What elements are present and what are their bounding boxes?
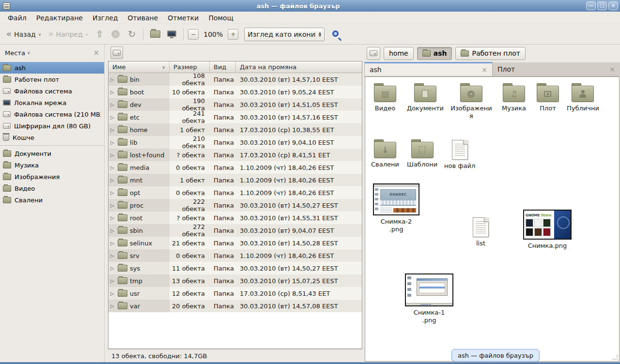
folder-public[interactable]: Публични: [567, 83, 599, 112]
column-header-size[interactable]: Размер: [170, 61, 210, 73]
expander-icon[interactable]: ▷: [110, 228, 115, 233]
file-snimka[interactable]: GNOME Store Снимка.png: [523, 210, 572, 250]
table-row[interactable]: ▷bin108 обектаПапка30.03.2010 (вт) 14,57…: [108, 73, 362, 86]
minimize-button[interactable]: —: [586, 1, 596, 10]
expander-icon[interactable]: ▷: [110, 215, 115, 221]
file-snimka-2[interactable]: GUADEC Снимка-2.png: [373, 183, 419, 234]
stop-button[interactable]: [111, 30, 120, 38]
sidebar-item-trash[interactable]: Кошче: [0, 132, 104, 143]
expander-icon[interactable]: ▷: [110, 102, 115, 107]
view-mode-select[interactable]: Изглед като икони ▲▼: [244, 28, 325, 41]
table-row[interactable]: ▷sys11 обектаПапка30.03.2010 (вт) 14,50,…: [108, 262, 362, 274]
folder-templates[interactable]: Шаблони: [407, 139, 437, 168]
close-button[interactable]: ×: [608, 1, 618, 10]
column-header-date[interactable]: Дата на промяна: [236, 61, 362, 73]
table-row[interactable]: ▷boot10 обектаПапка30.03.2010 (вт) 9,05,…: [108, 86, 362, 98]
maximize-button[interactable]: □: [597, 1, 607, 10]
reload-button[interactable]: ↻: [125, 28, 139, 40]
title-bar[interactable]: ash — файлов браузър — □ ×: [0, 0, 620, 12]
file-snimka-1[interactable]: Снимка-1.png: [405, 273, 453, 325]
forward-dropdown-icon[interactable]: ∨: [85, 32, 89, 37]
column-header-type[interactable]: Вид: [210, 61, 236, 73]
expander-icon[interactable]: ▷: [110, 203, 115, 208]
table-row[interactable]: ▷opt0 обектаПапка1.10.2009 (чт) 18,40,26…: [108, 186, 362, 199]
tab-close-icon[interactable]: ×: [481, 66, 487, 74]
sidebar-item-desktop[interactable]: Работен плот: [0, 74, 104, 85]
table-row[interactable]: ▷var20 обектаПапка30.03.2010 (вт) 14,57,…: [108, 300, 362, 312]
expander-icon[interactable]: ▷: [110, 165, 115, 170]
file-new-file[interactable]: нов файл: [444, 139, 475, 170]
table-row[interactable]: ▷tmp13 обектаПапка30.03.2010 (вт) 15,07,…: [108, 274, 362, 287]
menu-go[interactable]: Отиване: [123, 13, 163, 23]
table-row[interactable]: ▷selinux21 обектаПапка30.03.2010 (вт) 14…: [108, 237, 362, 249]
table-row[interactable]: ▷usr12 обектаПапка17.03.2010 (ср) 8,51,4…: [108, 287, 362, 300]
home-button[interactable]: [148, 29, 163, 40]
expander-icon[interactable]: ▷: [110, 178, 115, 183]
menu-edit[interactable]: Редактиране: [31, 13, 88, 23]
back-dropdown-icon[interactable]: ∨: [38, 32, 42, 37]
back-button[interactable]: « Назад ∨: [4, 28, 44, 40]
breadcrumb-desktop[interactable]: Работен плот: [455, 47, 525, 60]
expander-icon[interactable]: ▷: [110, 266, 115, 271]
expander-icon[interactable]: ▷: [110, 77, 115, 82]
folder-desktop[interactable]: Плот: [536, 83, 560, 112]
folder-downloads[interactable]: ↓Свалени: [370, 139, 400, 168]
up-button[interactable]: ⇧: [93, 28, 106, 40]
file-list[interactable]: list: [473, 217, 489, 247]
sidebar-item-encrypted[interactable]: Шифриран дял (80 GB): [0, 120, 104, 132]
table-row[interactable]: ▷root? обектаПапка30.03.2010 (вт) 14,55,…: [108, 212, 362, 224]
menu-file[interactable]: Файл: [3, 13, 31, 23]
breadcrumb-home[interactable]: home: [384, 47, 414, 60]
folder-documents[interactable]: Документи: [407, 83, 444, 112]
expander-icon[interactable]: ▷: [110, 152, 115, 158]
computer-button[interactable]: [165, 29, 179, 40]
menu-bookmarks[interactable]: Отметки: [163, 13, 203, 23]
tab-ash[interactable]: ash×: [364, 62, 493, 76]
menu-help[interactable]: Помощ: [203, 13, 238, 23]
expander-icon[interactable]: ▷: [110, 291, 115, 296]
menu-view[interactable]: Изглед: [88, 13, 123, 23]
expander-icon[interactable]: ▷: [110, 140, 115, 145]
table-row[interactable]: ▷home1 обектПапка17.03.2010 (ср) 10,38,5…: [108, 123, 362, 136]
expander-icon[interactable]: ▷: [110, 115, 115, 120]
sidebar-item-filesystem-210mb[interactable]: Файлова система (210 MB): [0, 108, 104, 120]
sidebar-item-network[interactable]: Локална мрежа: [0, 97, 104, 108]
expander-icon[interactable]: ▷: [110, 190, 115, 196]
table-row[interactable]: ▷lib210 обектаПапка30.03.2010 (вт) 9,04,…: [108, 136, 362, 149]
resize-grip[interactable]: [612, 354, 618, 360]
table-row[interactable]: ▷mnt1 обектПапка1.10.2009 (чт) 18,40,26 …: [108, 174, 362, 186]
table-row[interactable]: ▷proc222 обектаПапка30.03.2010 (вт) 14,5…: [108, 199, 362, 212]
sidebar-item-home[interactable]: ash: [0, 62, 104, 74]
sidebar-item-downloads[interactable]: Свалени: [0, 194, 104, 206]
pane-location-button[interactable]: [110, 46, 123, 59]
tab-close-icon[interactable]: ×: [609, 65, 615, 73]
sidebar-title[interactable]: Места: [5, 49, 25, 57]
breadcrumb-ash[interactable]: ash: [417, 47, 452, 60]
expander-icon[interactable]: ▷: [110, 241, 115, 246]
sidebar-item-pictures[interactable]: Изображения: [0, 171, 104, 182]
forward-button[interactable]: » Напред ∨: [46, 28, 91, 40]
tab-plot[interactable]: Плот×: [493, 62, 620, 76]
sidebar-close-icon[interactable]: ×: [93, 48, 99, 57]
folder-music[interactable]: ♫Музика: [499, 83, 529, 112]
expander-icon[interactable]: ▷: [110, 278, 115, 284]
column-header-name[interactable]: Име∨: [108, 61, 170, 73]
sidebar-item-documents[interactable]: Документи: [0, 148, 104, 159]
table-row[interactable]: ▷dev190 обектаПапка30.03.2010 (вт) 14,51…: [108, 98, 362, 111]
folder-video[interactable]: ▤Видео: [370, 83, 400, 112]
table-row[interactable]: ▷srv0 обектаПапка1.10.2009 (чт) 18,40,26…: [108, 249, 362, 262]
sidebar-dropdown-icon[interactable]: ∨: [27, 50, 31, 55]
table-row[interactable]: ▷etc241 обектаПапка30.03.2010 (вт) 14,57…: [108, 111, 362, 123]
expander-icon[interactable]: ▷: [110, 90, 115, 95]
expander-icon[interactable]: ▷: [110, 253, 115, 258]
table-row[interactable]: ▷media0 обектаПапка1.10.2009 (чт) 18,40,…: [108, 161, 362, 174]
search-icon[interactable]: [332, 30, 339, 37]
table-row[interactable]: ▷sbin272 обектаПапка30.03.2010 (вт) 9,04…: [108, 224, 362, 237]
zoom-out-button[interactable]: −: [188, 29, 199, 40]
sidebar-item-video[interactable]: Видео: [0, 182, 104, 194]
expander-icon[interactable]: ▷: [110, 303, 115, 309]
folder-pictures[interactable]: Изображения: [450, 83, 492, 121]
expander-icon[interactable]: ▷: [110, 127, 115, 133]
root-location-button[interactable]: [367, 47, 380, 60]
sidebar-item-music[interactable]: Музика: [0, 159, 104, 171]
